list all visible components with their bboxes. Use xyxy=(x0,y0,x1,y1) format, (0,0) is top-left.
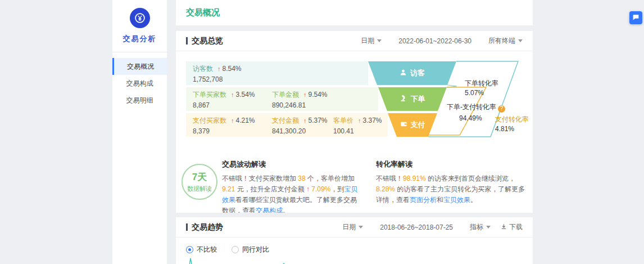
chevron-down-icon xyxy=(377,39,382,42)
sidebar-item-label: 交易明细 xyxy=(126,96,153,104)
sidebar-nav: 交易概况 交易构成 交易明细 xyxy=(112,58,167,109)
metric-label: 支付买家数 xyxy=(193,116,226,126)
trend-title-text: 交易趋势 xyxy=(192,222,223,232)
text-segment: ，到 xyxy=(330,185,344,193)
date-filter-label: 日期 xyxy=(361,36,374,46)
metric-label: 客单价 xyxy=(333,116,353,126)
radio-dot-icon xyxy=(232,246,239,253)
metric-value: 890,246.81 xyxy=(272,101,328,109)
date-filter-dropdown[interactable]: 日期 xyxy=(361,36,382,46)
link-trade-composition[interactable]: 交易构成 xyxy=(256,207,283,213)
download-button[interactable]: 下载 xyxy=(501,222,523,232)
date-range-picker[interactable]: 2022-06-01~2022-06-30 xyxy=(398,37,471,45)
sidebar-logo-title: 交易分析 xyxy=(112,34,167,44)
up-arrow-icon: ↑ xyxy=(303,91,307,98)
page-title: 交易概况 xyxy=(186,7,220,18)
chevron-down-icon xyxy=(486,226,491,229)
terminal-filter-dropdown[interactable]: 所有终端 xyxy=(488,36,523,46)
insight-section: 7天 数据解读 交易波动解读 不错哦！支付买家数增加 38 个，客单价增加 9.… xyxy=(176,159,533,213)
text-segment: 不错哦！支付买家数增加 xyxy=(222,174,298,182)
metric-order-amount: 下单金额 ↑ 9.54% 890,246.81 xyxy=(272,90,328,109)
metric-value: 841,300.20 xyxy=(272,127,328,135)
metric-order-buyers: 下单买家数 ↑ 3.54% 8,867 xyxy=(193,90,255,109)
conversion-label: 支付转化率 xyxy=(495,115,529,123)
conversion-label: 下单转化率 xyxy=(465,79,498,87)
metric-label: 支付金额 xyxy=(272,116,299,126)
compare-radio-group: 不比较 同行对比 xyxy=(176,238,533,254)
metric-value: 100.41 xyxy=(333,127,382,135)
metric-row-visitor: 访客数 ↑ 8.54% 1,752,708 xyxy=(186,61,368,85)
radio-peer-compare[interactable]: 同行对比 xyxy=(232,245,269,254)
metric-label: 下单金额 xyxy=(272,90,299,100)
up-arrow-icon: ↑ xyxy=(217,65,221,72)
highlight-number: 8.28% xyxy=(376,185,395,193)
logo-area: 交易分析 xyxy=(112,0,167,44)
text-segment: 不错哦！ xyxy=(376,174,403,182)
sidebar: 交易分析 交易概况 交易构成 交易明细 xyxy=(112,0,167,264)
link-page-analysis[interactable]: 页面分析 xyxy=(410,196,437,204)
trend-card-header: 交易趋势 日期 2018-06-26~2018-07-25 指标 xyxy=(176,217,533,238)
fluctuation-insight: 交易波动解读 不错哦！支付买家数增加 38 个，客单价增加 9.21 元，拉升全… xyxy=(222,159,361,213)
seven-day-badge: 7天 数据解读 xyxy=(182,164,217,200)
overview-card: 交易总览 日期 2022-06-01~2022-06-30 所有终端 xyxy=(176,31,533,213)
conversion-pay-rate: 支付转化率 4.81% xyxy=(495,115,529,133)
gavel-icon xyxy=(400,95,407,104)
download-label: 下载 xyxy=(509,222,523,232)
chevron-down-icon xyxy=(359,226,363,229)
feedback-button[interactable] xyxy=(629,11,642,24)
page-header: 交易概况 xyxy=(176,0,533,25)
main-content: 交易概况 交易总览 日期 2022-06-01~2022-06-30 xyxy=(176,0,533,264)
metric-delta: 3.54% xyxy=(236,91,255,99)
overview-filters: 日期 2022-06-01~2022-06-30 所有终端 xyxy=(361,36,523,46)
highlight-number: 7.09% xyxy=(310,185,330,193)
sidebar-item-trade-composition[interactable]: 交易构成 xyxy=(112,75,167,92)
text-segment: 的访客来到首页会继续浏览， xyxy=(426,174,515,182)
sidebar-item-trade-detail[interactable]: 交易明细 xyxy=(112,92,167,109)
overview-title-text: 交易总览 xyxy=(192,36,223,46)
date-range-value: 2022-06-01~2022-06-30 xyxy=(398,37,471,45)
text-segment: 。 xyxy=(470,196,477,204)
trend-date-range-picker[interactable]: 2018-06-26~2018-07-25 xyxy=(380,223,453,231)
up-arrow-icon: ↑ xyxy=(231,117,234,124)
user-icon xyxy=(400,69,407,78)
sidebar-item-trade-overview[interactable]: 交易概况 xyxy=(112,58,167,75)
text-segment: 元，拉升全店支付金额 xyxy=(235,185,306,193)
conversion-value: 5.07% xyxy=(465,89,498,97)
metric-label: 下单买家数 xyxy=(193,90,226,100)
conversion-insight-text: 不错哦！98.91% 的访客来到首页会继续浏览，8.28% 的访客看了主力宝贝转… xyxy=(376,173,525,205)
metric-delta: 9.54% xyxy=(309,91,328,99)
radio-label: 不比较 xyxy=(197,245,217,254)
text-segment: 。 xyxy=(283,207,289,213)
metric-filter-label: 指标 xyxy=(470,222,483,232)
highlight-number: 98.91% xyxy=(403,174,426,182)
trend-date-filter-dropdown[interactable]: 日期 xyxy=(342,222,363,232)
up-arrow-icon: ↑ xyxy=(303,117,307,124)
highlight-number: 38 xyxy=(298,174,305,182)
trend-card: 交易趋势 日期 2018-06-26~2018-07-25 指标 xyxy=(176,217,533,264)
overview-card-header: 交易总览 日期 2022-06-01~2022-06-30 所有终端 xyxy=(176,31,533,51)
text-segment: 看看哪些宝贝贡献最大吧。了解更多交易数据，查看 xyxy=(222,196,357,213)
metric-delta: 4.21% xyxy=(236,117,255,124)
link-item-effect[interactable]: 宝贝效果 xyxy=(443,196,470,204)
sidebar-item-label: 交易概况 xyxy=(127,62,154,70)
coin-icon xyxy=(130,8,150,28)
metric-pay-amount: 支付金额 ↑ 5.37% 841,300.20 xyxy=(272,116,328,135)
question-circle-icon[interactable]: ? xyxy=(498,105,505,113)
trend-chart xyxy=(176,257,533,264)
chevron-down-icon xyxy=(518,39,523,42)
date-range-value: 2018-06-26~2018-07-25 xyxy=(380,223,453,231)
conversion-insight-title: 转化率解读 xyxy=(376,159,525,169)
terminal-filter-label: 所有终端 xyxy=(488,36,515,46)
radio-no-compare[interactable]: 不比较 xyxy=(186,245,217,254)
badge-caption: 数据解读 xyxy=(187,185,212,193)
section-title-bar xyxy=(186,223,188,231)
sidebar-divider xyxy=(112,52,167,52)
metric-filter-dropdown[interactable]: 指标 xyxy=(470,222,491,232)
date-filter-label: 日期 xyxy=(342,222,356,232)
conversion-insight: 转化率解读 不错哦！98.91% 的访客来到首页会继续浏览，8.28% 的访客看… xyxy=(376,159,525,213)
funnel-stage-label: 下单 xyxy=(411,94,425,104)
trend-line-chart xyxy=(186,257,523,264)
highlight-number: 9.21 xyxy=(222,185,235,193)
metric-delta: 3.37% xyxy=(363,117,382,124)
funnel-stage-label: 访客 xyxy=(410,68,425,78)
